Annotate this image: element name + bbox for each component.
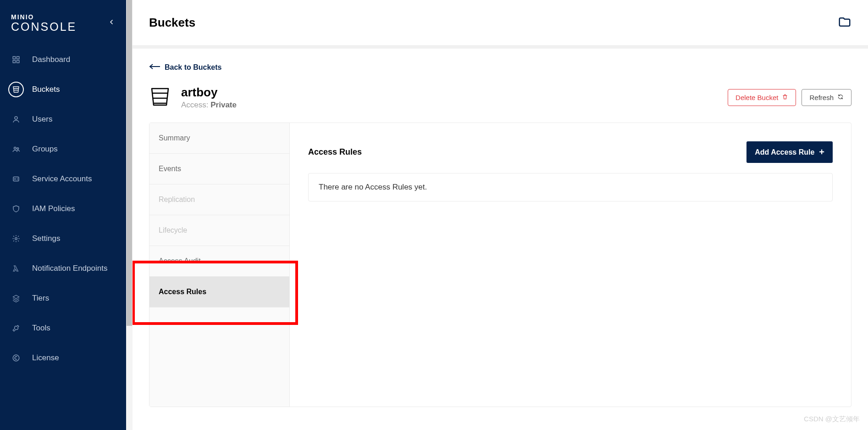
sidebar-item-label: License	[32, 353, 59, 363]
svg-point-6	[17, 147, 19, 149]
sidebar: MINIO CONSOLE Dashboard Buckets Users	[0, 0, 126, 430]
bucket-title-wrap: artboy Access: Private	[149, 85, 237, 110]
sidebar-item-label: Notification Endpoints	[32, 264, 107, 273]
sidebar-item-dashboard[interactable]: Dashboard	[0, 45, 126, 74]
sidebar-item-service-accounts[interactable]: Service Accounts	[0, 164, 126, 194]
sidebar-item-label: Settings	[32, 234, 60, 243]
section-title: Access Rules	[308, 147, 362, 157]
sidebar-item-label: Tiers	[32, 294, 49, 303]
sidebar-scrollbar[interactable]	[126, 0, 133, 326]
sidebar-item-label: Tools	[32, 324, 50, 333]
tiers-icon	[8, 290, 24, 306]
dashboard-icon	[8, 52, 24, 67]
tab-replication[interactable]: Replication	[149, 184, 289, 215]
folder-icon[interactable]	[838, 15, 851, 31]
chevron-left-icon	[108, 18, 115, 26]
bucket-header: artboy Access: Private Delete Bucket	[149, 85, 851, 110]
logo-area: MINIO CONSOLE	[0, 0, 126, 43]
service-accounts-icon	[8, 171, 24, 187]
logo-brand: MINIO	[11, 14, 77, 20]
topbar: Buckets	[133, 0, 868, 46]
sidebar-item-buckets[interactable]: Buckets	[0, 74, 126, 104]
tab-access-audit[interactable]: Access Audit	[149, 246, 289, 277]
bucket-tabs: Summary Events Replication Lifecycle Acc…	[149, 123, 290, 407]
refresh-label: Refresh	[809, 94, 834, 101]
shield-icon	[8, 201, 24, 217]
section-header: Access Rules Add Access Rule +	[308, 141, 833, 163]
back-link-label: Back to Buckets	[165, 63, 222, 72]
sidebar-item-label: Service Accounts	[32, 174, 92, 184]
main: Buckets Back to Buckets artboy	[133, 0, 868, 430]
delete-bucket-button[interactable]: Delete Bucket	[728, 89, 796, 106]
sidebar-item-label: Dashboard	[32, 55, 70, 64]
svg-point-8	[14, 178, 16, 179]
bucket-name: artboy	[181, 85, 237, 100]
sidebar-item-label: IAM Policies	[32, 204, 75, 213]
sidebar-item-users[interactable]: Users	[0, 104, 126, 134]
tab-content: Access Rules Add Access Rule + There are…	[290, 123, 851, 407]
sidebar-item-tiers[interactable]: Tiers	[0, 283, 126, 313]
svg-point-5	[14, 147, 17, 149]
bucket-access-label: Access:	[181, 101, 209, 109]
bucket-access-value: Private	[210, 101, 237, 109]
refresh-icon	[837, 94, 844, 101]
bucket-access: Access: Private	[181, 101, 237, 110]
sidebar-item-groups[interactable]: Groups	[0, 134, 126, 164]
svg-rect-1	[17, 56, 19, 59]
plus-icon: +	[819, 147, 824, 157]
content: Back to Buckets artboy Access: Private	[133, 46, 868, 430]
collapse-sidebar-button[interactable]	[108, 18, 115, 28]
empty-state: There are no Access Rules yet.	[308, 173, 833, 201]
svg-point-4	[15, 117, 17, 119]
sidebar-item-iam-policies[interactable]: IAM Policies	[0, 194, 126, 223]
add-access-rule-label: Add Access Rule	[755, 148, 814, 156]
tab-events[interactable]: Events	[149, 154, 289, 184]
logo-product: CONSOLE	[11, 21, 77, 33]
sidebar-item-tools[interactable]: Tools	[0, 313, 126, 343]
svg-rect-3	[17, 60, 19, 62]
detail-panel: Summary Events Replication Lifecycle Acc…	[149, 123, 851, 407]
bucket-icon	[8, 82, 24, 97]
bucket-actions: Delete Bucket Refresh	[728, 89, 851, 106]
sidebar-item-license[interactable]: License	[0, 343, 126, 373]
nav: Dashboard Buckets Users Groups Service A…	[0, 43, 126, 373]
refresh-button[interactable]: Refresh	[802, 89, 851, 106]
page-title: Buckets	[149, 16, 195, 30]
tools-icon	[8, 320, 24, 336]
sidebar-item-label: Buckets	[32, 85, 60, 94]
svg-point-11	[15, 237, 17, 240]
trash-icon	[782, 94, 788, 101]
sidebar-item-settings[interactable]: Settings	[0, 223, 126, 253]
sidebar-item-label: Groups	[32, 145, 58, 154]
logo: MINIO CONSOLE	[11, 14, 77, 33]
license-icon	[8, 350, 24, 366]
svg-rect-2	[13, 60, 15, 62]
user-icon	[8, 112, 24, 127]
bucket-large-icon	[149, 86, 171, 110]
sidebar-item-notification-endpoints[interactable]: Notification Endpoints	[0, 253, 126, 283]
add-access-rule-button[interactable]: Add Access Rule +	[746, 141, 833, 163]
gear-icon	[8, 231, 24, 246]
svg-point-12	[13, 355, 19, 361]
watermark: CSDN @文艺倾年	[804, 415, 860, 424]
svg-rect-0	[13, 56, 15, 59]
sidebar-item-label: Users	[32, 115, 52, 124]
lambda-icon	[8, 261, 24, 276]
groups-icon	[8, 141, 24, 157]
tab-summary[interactable]: Summary	[149, 123, 289, 154]
tab-access-rules[interactable]: Access Rules	[149, 277, 289, 307]
back-to-buckets-link[interactable]: Back to Buckets	[149, 63, 222, 72]
arrow-left-icon	[149, 63, 160, 72]
delete-bucket-label: Delete Bucket	[735, 94, 778, 101]
tab-lifecycle[interactable]: Lifecycle	[149, 215, 289, 246]
